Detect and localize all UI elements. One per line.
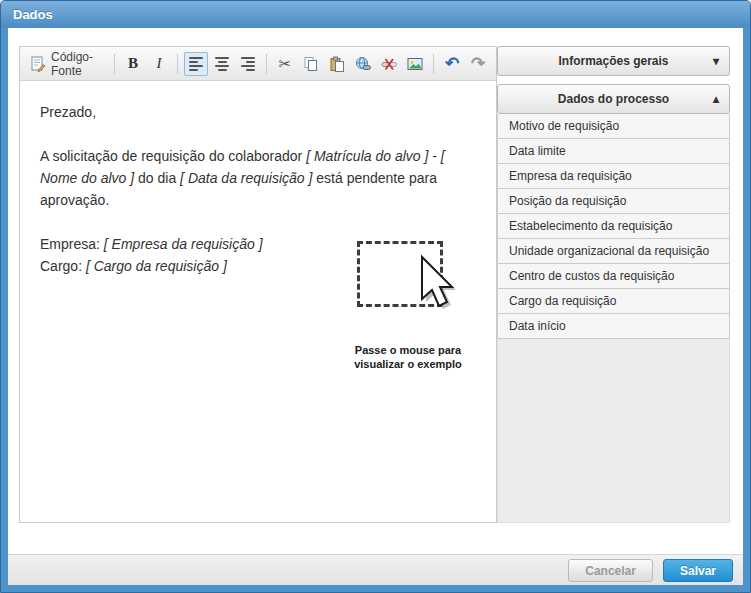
accordion-general-info-label: Informações gerais	[558, 54, 668, 68]
bold-button[interactable]: B	[121, 52, 145, 76]
chevron-down-icon: ▾	[713, 54, 719, 68]
field-list-item[interactable]: Empresa da requisição	[497, 164, 730, 189]
field-list-item[interactable]: Motivo de requisição	[497, 114, 730, 139]
link-button[interactable]	[351, 52, 375, 76]
align-center-icon	[215, 57, 229, 71]
paste-button[interactable]	[325, 52, 349, 76]
copy-button[interactable]	[299, 52, 323, 76]
image-icon	[407, 56, 423, 72]
dialog-title: Dados	[13, 7, 53, 22]
accordion-gap	[497, 76, 730, 84]
undo-button[interactable]: ↶	[440, 52, 464, 76]
editor-content[interactable]: Prezado, A solicitação de requisição do …	[20, 81, 496, 522]
editor-paragraph: Prezado,	[40, 101, 476, 123]
toolbar-separator	[266, 54, 267, 74]
dados-dialog: Dados	[0, 0, 751, 593]
unlink-button[interactable]	[377, 52, 401, 76]
accordion-process-data[interactable]: Dados do processo ▴	[497, 84, 730, 114]
image-button[interactable]	[403, 52, 427, 76]
editor-text: Prezado,	[40, 104, 96, 120]
redo-icon: ↷	[471, 53, 485, 74]
toolbar-separator	[114, 54, 115, 74]
dialog-titlebar: Dados	[1, 1, 750, 28]
field-list-item[interactable]: Posição da requisição	[497, 189, 730, 214]
fields-sidebar: Informações gerais ▾ Dados do processo ▴…	[497, 46, 730, 523]
editor-text: A solicitação de requisição do colaborad…	[40, 148, 306, 164]
field-list-item[interactable]: Data início	[497, 314, 730, 339]
dialog-footer: Cancelar Salvar	[8, 554, 743, 585]
toolbar-separator	[433, 54, 434, 74]
editor-text: Empresa:	[40, 236, 104, 252]
cut-button[interactable]: ✂	[273, 52, 297, 76]
save-button[interactable]: Salvar	[663, 559, 733, 582]
editor-text: [ Data da requisição ]	[180, 170, 312, 186]
cursor-icon	[414, 251, 468, 313]
cancel-button[interactable]: Cancelar	[568, 559, 653, 582]
editor-text: [ Matrícula do alvo ]	[306, 148, 428, 164]
align-left-button[interactable]	[184, 52, 208, 76]
editor-text: Cargo:	[40, 258, 86, 274]
cut-icon: ✂	[279, 55, 292, 73]
hover-hint: Passe o mouse para visualizar o exemplo	[323, 343, 493, 371]
accordion-general-info[interactable]: Informações gerais ▾	[497, 46, 730, 76]
undo-icon: ↶	[445, 53, 459, 74]
redo-button[interactable]: ↷	[466, 52, 490, 76]
main-content: Código-Fonte B I	[19, 46, 730, 523]
sidebar-empty-area	[497, 339, 730, 523]
editor-text: [ Empresa da requisição ]	[104, 236, 263, 252]
hover-hint-line1: Passe o mouse para	[323, 343, 493, 357]
italic-button[interactable]: I	[147, 52, 171, 76]
align-center-button[interactable]	[210, 52, 234, 76]
editor-paragraph: A solicitação de requisição do colaborad…	[40, 145, 476, 211]
chevron-up-icon: ▴	[713, 92, 719, 106]
field-list-item[interactable]: Unidade organizacional da requisição	[497, 239, 730, 264]
source-code-label: Código-Fonte	[51, 50, 104, 78]
accordion-process-data-label: Dados do processo	[558, 92, 669, 106]
link-icon	[355, 56, 371, 72]
align-right-icon	[241, 57, 255, 71]
unlink-icon	[381, 56, 397, 72]
copy-icon	[303, 56, 319, 72]
rich-text-editor: Código-Fonte B I	[19, 46, 497, 523]
field-list-item[interactable]: Centro de custos da requisição	[497, 264, 730, 289]
source-code-icon	[30, 56, 46, 72]
field-list-item[interactable]: Estabelecimento da requisição	[497, 214, 730, 239]
process-fields-list: Motivo de requisiçãoData limiteEmpresa d…	[497, 114, 730, 339]
dialog-body: Código-Fonte B I	[8, 28, 743, 585]
source-code-button[interactable]: Código-Fonte	[26, 52, 108, 76]
editor-toolbar: Código-Fonte B I	[20, 47, 496, 81]
toolbar-separator	[177, 54, 178, 74]
field-list-item[interactable]: Cargo da requisição	[497, 289, 730, 314]
align-left-icon	[189, 57, 203, 71]
editor-text: [ Cargo da requisição ]	[86, 258, 227, 274]
hover-hint-line2: visualizar o exemplo	[323, 357, 493, 371]
field-list-item[interactable]: Data limite	[497, 139, 730, 164]
editor-text: do dia	[134, 170, 180, 186]
align-right-button[interactable]	[236, 52, 260, 76]
editor-text: -	[428, 148, 440, 164]
paste-icon	[329, 56, 345, 72]
